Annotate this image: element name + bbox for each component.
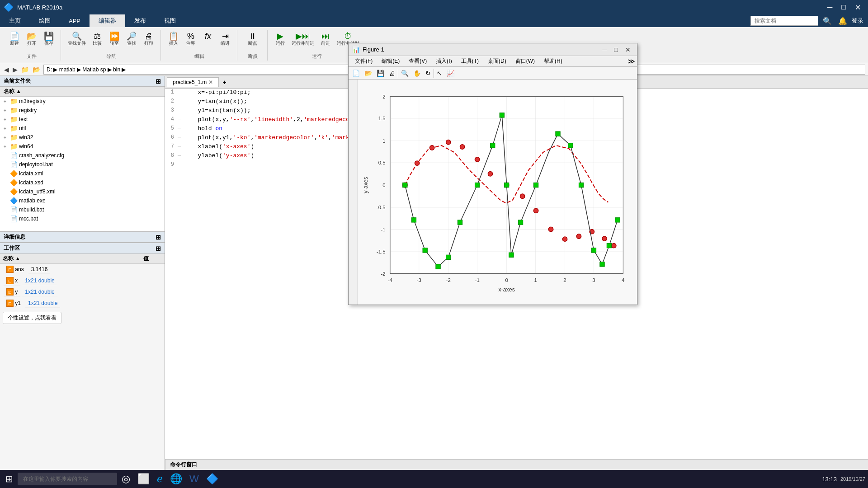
folder-panel-icon[interactable]: ⊞ xyxy=(156,78,161,85)
taskbar-icon-edge[interactable]: ℯ xyxy=(154,472,165,486)
expand-icon[interactable]: + xyxy=(4,135,8,140)
taskbar-icon-browser[interactable]: 🌐 xyxy=(167,472,185,486)
list-item[interactable]: + 📁 text xyxy=(0,115,165,124)
fig-menu-help[interactable]: 帮助(H) xyxy=(539,56,567,66)
search-button[interactable]: 🔍 xyxy=(821,16,834,26)
list-item[interactable]: + 📁 registry xyxy=(0,106,165,115)
start-button[interactable]: ⊞ xyxy=(3,473,16,485)
back-button[interactable]: ◀ xyxy=(3,66,10,74)
indent-button[interactable]: ⇥ 缩进 xyxy=(217,31,233,48)
list-item[interactable]: 📄 mbuild.bat xyxy=(0,205,165,214)
run-advance-button[interactable]: ▶⏭ 运行并前进 xyxy=(289,31,316,48)
figure-window[interactable]: 📊 Figure 1 ─ □ ✕ 文件(F) 编辑(E) 查看(V) 插入(I)… xyxy=(348,43,637,305)
fx-button[interactable]: fx xyxy=(200,31,216,48)
list-item[interactable]: 🔶 lcdata_utf8.xml xyxy=(0,187,165,196)
fig-tb-save[interactable]: 💾 xyxy=(375,69,386,78)
list-item[interactable]: 🔶 lcdata.xsd xyxy=(0,178,165,187)
list-item[interactable]: 🔷 matlab.exe xyxy=(0,196,165,205)
fig-tb-open[interactable]: 📂 xyxy=(363,69,374,78)
table-row[interactable]: ⊡ y 1x21 double xyxy=(0,286,141,298)
fig-menu-tools[interactable]: 工具(T) xyxy=(457,56,483,66)
figure-maximize-button[interactable]: □ xyxy=(612,46,621,54)
taskbar-icon-word[interactable]: W xyxy=(187,472,202,486)
figure-minimize-button[interactable]: ─ xyxy=(600,46,610,54)
fig-tb-zoom[interactable]: 🔍 xyxy=(399,69,410,78)
fig-menu-insert[interactable]: 插入(I) xyxy=(431,56,456,66)
expand-icon[interactable]: + xyxy=(4,117,8,122)
search-input[interactable] xyxy=(750,16,818,26)
taskbar-icon-matlab[interactable]: 🔷 xyxy=(203,472,221,486)
fig-tb-print[interactable]: 🖨 xyxy=(387,69,397,78)
tab-add-button[interactable]: + xyxy=(219,77,230,87)
comment-button[interactable]: % 注释 xyxy=(183,31,199,48)
expand-icon[interactable]: + xyxy=(4,108,8,113)
run-button[interactable]: ▶ 运行 xyxy=(272,31,288,48)
find-file-button[interactable]: 🔍 查找文件 xyxy=(66,31,88,48)
save-icon: 💾 xyxy=(44,32,54,40)
tab-close-button[interactable]: ✕ xyxy=(208,79,213,85)
breakpoint-button[interactable]: ⏸ 断点 xyxy=(242,31,264,48)
fig-menu-expand[interactable]: ≫ xyxy=(627,57,635,66)
open-button[interactable]: 📂 打开 xyxy=(24,31,40,48)
plot-marker-y1 xyxy=(500,113,504,117)
login-label[interactable]: 登录 xyxy=(852,17,863,25)
tab-home[interactable]: 主页 xyxy=(0,14,30,27)
custom-settings-button[interactable]: 个性设置，点我看看 xyxy=(3,312,61,324)
list-item[interactable]: 🔶 lcdata.xml xyxy=(0,169,165,178)
new-button[interactable]: 📄 新建 xyxy=(6,31,23,48)
fig-tb-cursor[interactable]: ↖ xyxy=(435,69,444,78)
expand-icon[interactable]: + xyxy=(4,126,8,131)
plot-marker-y xyxy=(562,237,567,241)
up-button[interactable]: 📁 xyxy=(20,66,30,74)
expand-icon[interactable]: + xyxy=(4,99,8,104)
fig-menu-edit[interactable]: 编辑(E) xyxy=(377,56,404,66)
forward-button[interactable]: ▶ xyxy=(11,66,19,74)
insert-button[interactable]: 📋 插入 xyxy=(165,31,182,48)
bell-icon[interactable]: 🔔 xyxy=(836,16,849,26)
list-item[interactable]: 📄 mcc.bat xyxy=(0,214,165,223)
close-button[interactable]: ✕ xyxy=(851,2,864,13)
ws-col-value: 值 xyxy=(141,254,165,264)
fig-menu-view[interactable]: 查看(V) xyxy=(404,56,431,66)
advance-button[interactable]: ⏭ 前进 xyxy=(317,31,334,48)
taskbar-search-input[interactable] xyxy=(18,473,117,485)
list-item[interactable]: 📄 crash_analyzer.cfg xyxy=(0,151,165,160)
print-button[interactable]: 🖨 打印 xyxy=(141,31,157,48)
list-item[interactable]: + 📁 m3iregistry xyxy=(0,97,165,106)
taskbar-icon-cortana[interactable]: ◎ xyxy=(119,472,133,486)
figure-close-button[interactable]: ✕ xyxy=(623,46,633,54)
minimize-button[interactable]: ─ xyxy=(824,2,836,13)
save-button[interactable]: 💾 保存 xyxy=(41,31,57,48)
workspace-icon[interactable]: ⊞ xyxy=(156,245,161,252)
tab-plot[interactable]: 绘图 xyxy=(30,14,60,27)
list-item[interactable]: 📄 deploytool.bat xyxy=(0,160,165,169)
list-item[interactable]: + 📁 win64 xyxy=(0,142,165,151)
tab-view[interactable]: 视图 xyxy=(155,14,185,27)
maximize-button[interactable]: □ xyxy=(838,2,849,13)
fig-tb-new[interactable]: 📄 xyxy=(350,69,362,78)
list-item[interactable]: + 📁 win32 xyxy=(0,133,165,142)
editor-tab-main[interactable]: practice5_1.m ✕ xyxy=(167,77,219,87)
taskbar-icon-taskview[interactable]: ⬜ xyxy=(135,472,152,486)
plot-marker-y1 xyxy=(607,243,611,248)
goto-button[interactable]: ⏩ 转至 xyxy=(106,31,123,48)
tab-editor[interactable]: 编辑器 xyxy=(90,14,125,27)
fig-tb-data[interactable]: 📈 xyxy=(445,69,456,78)
list-item[interactable]: + 📁 util xyxy=(0,124,165,133)
fig-menu-window[interactable]: 窗口(W) xyxy=(511,56,539,66)
detail-panel-icon[interactable]: ⊞ xyxy=(156,234,161,241)
find-button[interactable]: 🔎 查找 xyxy=(123,31,140,48)
table-row[interactable]: ⊡ ans 3.1416 xyxy=(0,264,141,275)
table-row[interactable]: ⊡ x 1x21 double xyxy=(0,275,141,286)
plot-marker-y1 xyxy=(615,218,620,222)
fig-tb-pan[interactable]: ✋ xyxy=(411,69,423,78)
fig-tb-rotate[interactable]: ↻ xyxy=(424,69,433,78)
table-row[interactable]: ⊡ y1 1x21 double xyxy=(0,298,141,309)
folder-icon[interactable]: 📂 xyxy=(31,66,42,74)
expand-icon[interactable]: + xyxy=(4,144,8,149)
tab-app[interactable]: APP xyxy=(60,14,90,27)
fig-menu-file[interactable]: 文件(F) xyxy=(350,56,377,66)
fig-menu-desktop[interactable]: 桌面(D) xyxy=(483,56,511,66)
compare-button[interactable]: ⚖ 比较 xyxy=(89,31,105,48)
tab-publish[interactable]: 发布 xyxy=(125,14,155,27)
